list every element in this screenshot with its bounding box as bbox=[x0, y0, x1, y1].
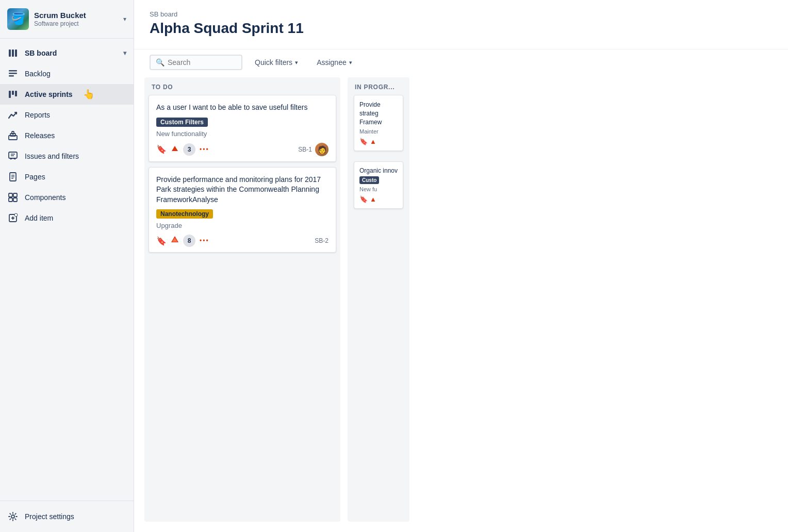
sidebar-item-label: Active sprints bbox=[25, 90, 73, 98]
svg-rect-23 bbox=[9, 198, 12, 202]
sidebar-item-label: Add item bbox=[25, 214, 53, 222]
todo-column: TO DO As a user I want to be able to sav… bbox=[144, 77, 340, 522]
bookmark-icon[interactable]: 🔖 bbox=[156, 144, 167, 154]
card-sb2[interactable]: Provide performance and monitoring plans… bbox=[149, 167, 336, 253]
sidebar-item-label: Pages bbox=[25, 173, 45, 181]
sidebar-item-pages[interactable]: Pages bbox=[0, 167, 134, 187]
partial-bookmark-icon-2: 🔖 bbox=[359, 195, 368, 203]
partial-card-2[interactable]: Organic innovat Custo New fu 🔖 ▲ bbox=[354, 161, 403, 209]
project-dropdown-chevron[interactable]: ▾ bbox=[123, 15, 126, 23]
card-footer: 🔖 8 ••• SB-2 bbox=[156, 235, 329, 247]
sidebar-board-section[interactable]: SB board ▾ bbox=[0, 43, 134, 63]
project-name: Scrum Bucket bbox=[34, 11, 118, 20]
card-menu-dots[interactable]: ••• bbox=[200, 146, 209, 153]
page-header: SB board Alpha Squad Sprint 11 bbox=[134, 0, 788, 49]
in-progress-column-header: IN PROGR... bbox=[348, 77, 409, 95]
sidebar-nav: SB board ▾ Backlog A bbox=[0, 39, 134, 501]
svg-rect-11 bbox=[12, 131, 14, 134]
gear-icon bbox=[7, 511, 19, 522]
components-icon bbox=[7, 192, 19, 203]
card-id: SB-1 bbox=[298, 146, 312, 153]
partial-bookmark-icon: 🔖 bbox=[359, 138, 368, 145]
sidebar-bottom: Project settings bbox=[0, 501, 134, 532]
svg-rect-3 bbox=[9, 70, 17, 72]
backlog-icon bbox=[7, 68, 19, 79]
sidebar-item-issues-filters[interactable]: Issues and filters bbox=[0, 146, 134, 167]
quick-filters-label: Quick filters bbox=[255, 58, 292, 66]
partial-card-1[interactable]: Provide strateg Framew Mainter 🔖 ▲ bbox=[354, 95, 403, 151]
svg-point-28 bbox=[14, 213, 18, 217]
svg-rect-1 bbox=[12, 49, 14, 57]
project-avatar: 🪣 bbox=[7, 8, 29, 30]
sidebar-item-add-item[interactable]: Add item bbox=[0, 208, 134, 228]
sidebar-item-active-sprints[interactable]: Active sprints 👆 bbox=[0, 84, 134, 105]
partial-card-subtext: Mainter bbox=[359, 128, 398, 135]
in-progress-column: IN PROGR... Provide strateg Framew Maint… bbox=[348, 77, 409, 522]
search-input[interactable] bbox=[168, 58, 236, 66]
main-content: SB board Alpha Squad Sprint 11 🔍 Quick f… bbox=[134, 0, 788, 532]
card-footer: 🔖 3 ••• SB-1 🧑 bbox=[156, 143, 329, 156]
card-title: Provide performance and monitoring plans… bbox=[156, 175, 329, 205]
svg-point-29 bbox=[11, 515, 14, 518]
svg-rect-7 bbox=[12, 91, 14, 95]
svg-rect-24 bbox=[13, 198, 17, 202]
card-type: Upgrade bbox=[156, 222, 329, 229]
pages-icon bbox=[7, 171, 19, 182]
partial-priority-icon-2: ▲ bbox=[370, 195, 376, 203]
todo-column-cards: As a user I want to be able to save usef… bbox=[144, 95, 340, 522]
search-icon: 🔍 bbox=[156, 58, 165, 66]
svg-rect-21 bbox=[9, 193, 12, 197]
story-points-badge: 3 bbox=[183, 143, 195, 156]
reports-icon bbox=[7, 109, 19, 121]
board-area: TO DO As a user I want to be able to sav… bbox=[134, 77, 788, 532]
sidebar-item-label: Backlog bbox=[25, 70, 51, 78]
card-id: SB-2 bbox=[315, 237, 329, 244]
search-box[interactable]: 🔍 bbox=[150, 55, 242, 70]
board-section-chevron: ▾ bbox=[123, 49, 126, 57]
assignee-chevron: ▾ bbox=[349, 59, 352, 66]
sidebar-item-label: Reports bbox=[25, 111, 50, 119]
card-tag-nanotechnology: Nanotechnology bbox=[156, 209, 213, 219]
assignee-button[interactable]: Assignee ▾ bbox=[310, 55, 358, 70]
svg-rect-2 bbox=[15, 49, 17, 57]
sidebar-item-backlog[interactable]: Backlog bbox=[0, 63, 134, 84]
hand-cursor-indicator: 👆 bbox=[83, 89, 94, 100]
project-type: Software project bbox=[34, 20, 118, 27]
page-title: Alpha Squad Sprint 11 bbox=[150, 20, 773, 37]
story-points-badge: 8 bbox=[183, 235, 195, 247]
assignee-label: Assignee bbox=[317, 58, 347, 66]
sidebar-item-releases[interactable]: Releases bbox=[0, 125, 134, 146]
quick-filters-button[interactable]: Quick filters ▾ bbox=[249, 55, 304, 70]
assignee-avatar: 🧑 bbox=[315, 143, 329, 156]
toolbar: 🔍 Quick filters ▾ Assignee ▾ bbox=[134, 49, 788, 77]
partial-card-text-2: Organic innovat bbox=[359, 167, 398, 174]
sidebar-item-label: Project settings bbox=[25, 512, 74, 521]
card-title: As a user I want to be able to save usef… bbox=[156, 103, 329, 113]
priority-critical-icon bbox=[171, 236, 179, 246]
sidebar-item-label: Releases bbox=[25, 131, 55, 140]
svg-rect-22 bbox=[13, 193, 17, 197]
board-section-label: SB board bbox=[25, 49, 57, 57]
priority-high-icon bbox=[171, 144, 179, 155]
sidebar: 🪣 Scrum Bucket Software project ▾ SB boa… bbox=[0, 0, 134, 532]
svg-rect-5 bbox=[9, 75, 14, 77]
active-sprints-icon bbox=[7, 89, 19, 100]
bookmark-icon[interactable]: 🔖 bbox=[156, 236, 167, 246]
card-menu-dots[interactable]: ••• bbox=[200, 237, 209, 244]
breadcrumb: SB board bbox=[150, 10, 773, 18]
svg-rect-6 bbox=[9, 91, 11, 98]
partial-card-text: Provide strateg Framew bbox=[359, 101, 398, 126]
svg-rect-8 bbox=[15, 91, 17, 96]
todo-column-header: TO DO bbox=[144, 77, 340, 95]
sidebar-item-reports[interactable]: Reports bbox=[0, 105, 134, 125]
card-tag-custom-filters: Custom Filters bbox=[156, 118, 208, 127]
card-sb1[interactable]: As a user I want to be able to save usef… bbox=[149, 95, 336, 162]
sidebar-item-components[interactable]: Components bbox=[0, 187, 134, 208]
svg-rect-12 bbox=[9, 152, 17, 158]
card-type: New functionality bbox=[156, 130, 329, 138]
svg-rect-4 bbox=[9, 73, 17, 74]
sidebar-item-project-settings[interactable]: Project settings bbox=[0, 506, 134, 527]
partial-tag: Custo bbox=[359, 176, 379, 184]
project-header[interactable]: 🪣 Scrum Bucket Software project ▾ bbox=[0, 0, 134, 39]
releases-icon bbox=[7, 130, 19, 141]
